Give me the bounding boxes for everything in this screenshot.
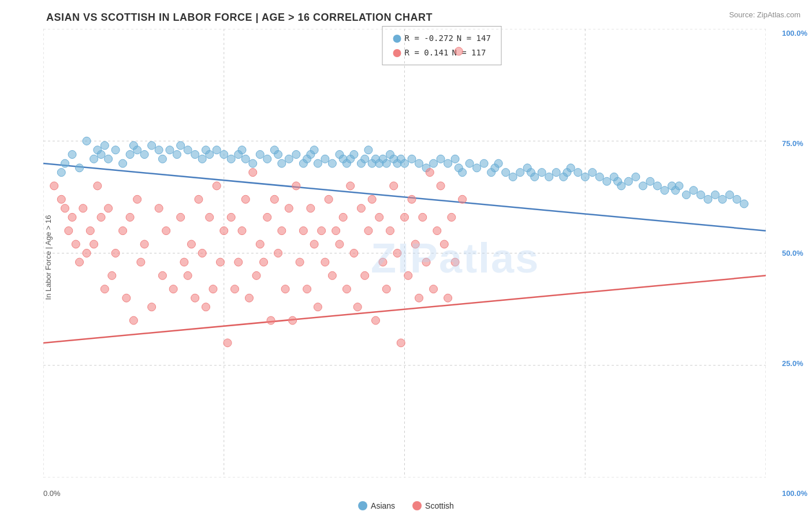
svg-point-218	[386, 227, 394, 235]
svg-point-19	[97, 151, 105, 159]
svg-point-189	[281, 285, 289, 293]
svg-point-15	[76, 164, 84, 172]
x-label-right: 100.0%	[782, 489, 807, 498]
svg-point-169	[209, 285, 217, 293]
svg-point-92	[494, 159, 502, 167]
svg-point-204	[336, 240, 344, 248]
svg-point-178	[241, 195, 249, 203]
svg-point-59	[328, 159, 336, 167]
svg-point-43	[238, 146, 246, 154]
svg-point-209	[353, 303, 362, 311]
svg-point-162	[184, 271, 192, 279]
svg-point-230	[430, 285, 438, 293]
svg-point-226	[415, 294, 423, 302]
svg-point-184	[263, 213, 271, 221]
svg-point-171	[216, 258, 224, 266]
svg-point-94	[509, 173, 517, 181]
svg-point-176	[234, 258, 243, 266]
svg-point-156	[155, 204, 163, 212]
svg-point-142	[94, 182, 102, 190]
svg-point-122	[682, 191, 690, 199]
svg-point-84	[451, 155, 459, 163]
svg-point-222	[401, 213, 409, 221]
svg-point-193	[296, 258, 304, 266]
svg-point-101	[552, 169, 560, 177]
svg-point-117	[653, 182, 661, 190]
svg-point-202	[328, 271, 336, 279]
svg-point-194	[299, 227, 307, 235]
chart-svg	[43, 29, 766, 477]
svg-point-151	[129, 316, 137, 324]
svg-point-88	[473, 164, 481, 172]
svg-point-145	[105, 204, 113, 212]
svg-point-38	[206, 151, 214, 159]
svg-point-107	[588, 169, 597, 177]
svg-point-124	[696, 191, 705, 199]
svg-point-105	[574, 169, 582, 177]
svg-point-72	[382, 159, 390, 167]
svg-point-150	[126, 213, 134, 221]
svg-point-12	[57, 169, 65, 177]
svg-point-29	[155, 146, 163, 154]
svg-point-44	[241, 155, 249, 163]
svg-point-148	[119, 227, 127, 235]
svg-point-180	[249, 169, 257, 177]
svg-point-163	[187, 240, 195, 248]
svg-point-14	[68, 151, 76, 159]
svg-point-137	[76, 258, 84, 266]
svg-point-159	[169, 285, 177, 293]
svg-point-197	[310, 240, 318, 248]
svg-point-113	[624, 177, 632, 185]
svg-point-82	[437, 155, 445, 163]
svg-point-182	[256, 240, 264, 248]
bottom-asians-label: Asians	[371, 501, 395, 510]
svg-point-87	[465, 159, 474, 167]
x-label-left: 0.0%	[43, 489, 61, 498]
svg-point-179	[245, 294, 254, 302]
svg-point-46	[256, 151, 264, 159]
svg-point-139	[83, 249, 91, 258]
y-label-25: 25.0%	[782, 359, 807, 368]
svg-point-165	[195, 195, 203, 203]
svg-point-235	[448, 213, 456, 221]
svg-point-30	[158, 155, 166, 163]
svg-point-128	[725, 191, 733, 199]
bottom-legend: Asians Scottish	[358, 501, 454, 510]
svg-point-49	[274, 151, 282, 159]
svg-point-168	[206, 213, 214, 221]
svg-point-146	[108, 271, 116, 279]
svg-point-126	[711, 191, 719, 199]
svg-point-195	[303, 285, 311, 293]
bottom-asians-dot	[358, 501, 367, 510]
svg-point-31	[166, 146, 174, 154]
svg-point-66	[361, 155, 369, 163]
svg-point-233	[440, 240, 448, 248]
svg-point-181	[252, 271, 260, 279]
svg-point-27	[140, 151, 148, 159]
svg-point-45	[249, 159, 257, 167]
svg-point-206	[342, 285, 351, 293]
svg-point-201	[325, 195, 333, 203]
svg-point-205	[339, 213, 347, 221]
svg-point-158	[162, 227, 170, 235]
chart-container: ASIAN VS SCOTTISH IN LABOR FORCE | AGE >…	[0, 0, 812, 515]
svg-point-118	[661, 186, 669, 195]
y-axis-right-labels: 100.0% 75.0% 50.0% 25.0% 0	[782, 29, 807, 477]
svg-point-144	[100, 285, 109, 293]
svg-point-232	[437, 182, 445, 190]
svg-point-17	[90, 155, 98, 163]
svg-point-155	[148, 303, 156, 311]
svg-point-147	[111, 249, 120, 258]
svg-point-229	[426, 169, 434, 177]
svg-point-104	[567, 164, 575, 172]
svg-point-234	[444, 294, 452, 302]
svg-point-114	[632, 173, 640, 181]
svg-point-57	[314, 159, 322, 167]
svg-point-221	[397, 339, 405, 347]
y-label-100: 100.0%	[782, 29, 807, 38]
svg-point-34	[184, 146, 192, 154]
svg-point-22	[111, 146, 120, 154]
svg-point-135	[68, 213, 76, 221]
svg-point-191	[289, 316, 297, 324]
svg-point-100	[545, 173, 553, 181]
